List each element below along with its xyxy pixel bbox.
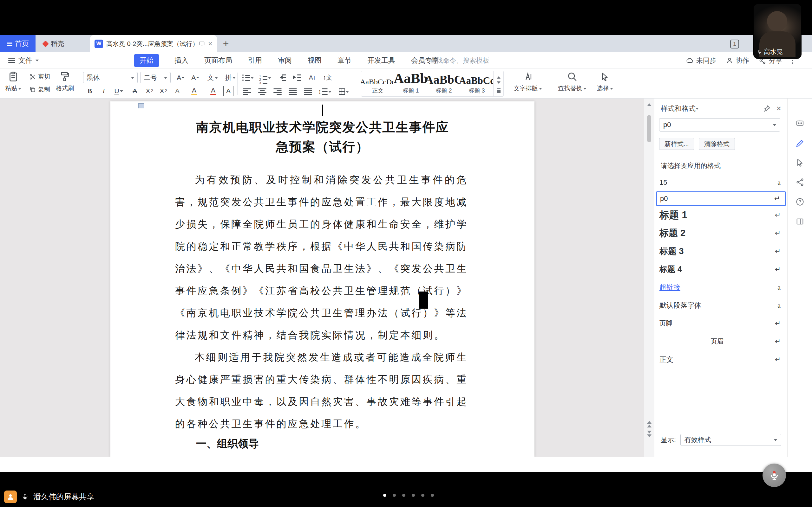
tab-page-layout[interactable]: 页面布局 [204,54,233,67]
style-item-p0-selected[interactable]: p0↵ [656,191,786,206]
style-item-hyperlink[interactable]: 超链接a [656,278,786,296]
superscript-button[interactable]: X2 [143,85,156,97]
font-name-select[interactable]: 黑体 [83,72,138,83]
font-color-button[interactable]: A [204,85,222,97]
next-page-icon2[interactable] [647,435,652,440]
collaborate-button[interactable]: 协作 [726,56,749,65]
assistant-icon[interactable] [795,118,805,128]
style-item-heading4[interactable]: 标题 4↵ [656,260,786,278]
bullet-list-button[interactable] [241,72,256,83]
style-item-15[interactable]: 15a [656,173,786,191]
style-item-footer[interactable]: 页脚↵ [656,314,786,332]
select-tool-icon[interactable] [796,158,804,167]
selection-block-cursor [419,291,428,308]
underline-button[interactable]: U [110,85,127,97]
close-panel-icon[interactable]: × [776,104,781,113]
style-heading3[interactable]: AaBbCc 标题 3 [460,71,493,96]
panel-layout-icon[interactable] [796,217,804,226]
node-link-icon[interactable] [796,178,804,187]
numbered-list-button[interactable] [258,72,273,83]
new-tab-button[interactable]: + [217,35,235,52]
document-page[interactable]: 南京机电职业技术学院突发公共卫生事件应急预案（试行） 为有效预防、及时控制和消除… [110,101,535,457]
new-style-button[interactable]: 新样式... [659,138,694,150]
style-item-default-font[interactable]: 默认段落字体a [656,296,786,314]
style-item-body-text[interactable]: 正文↵ [656,350,786,369]
copy-button[interactable]: 复制 [29,85,50,94]
grow-font-button[interactable]: A+ [174,72,187,83]
sort-button[interactable]: A↓ [306,72,319,83]
collaborate-label: 协作 [736,56,749,65]
cut-button[interactable]: 剪切 [29,72,50,81]
highlight-color-button[interactable]: A [185,85,203,97]
select-button[interactable]: 选择 [594,71,616,93]
tab-view[interactable]: 视图 [307,54,322,67]
style-heading2[interactable]: AaBbC 标题 2 [427,71,460,96]
clear-format-panel-button[interactable]: 清除格式 [699,138,735,150]
borders-button[interactable] [336,86,352,97]
style-gallery: AaBbCcDd 正文 AaBb 标题 1 AaBbC 标题 2 AaBbCc … [361,71,504,97]
command-search[interactable]: 查找命令、搜索模板 [419,52,490,69]
italic-button[interactable]: I [97,85,110,97]
gallery-down-icon[interactable] [497,81,501,86]
document-tab[interactable]: W 高水冕 0-2突...应急预案（试行） × [90,35,217,52]
style-item-heading2[interactable]: 标题 2↵ [656,224,786,242]
style-normal[interactable]: AaBbCcDd 正文 [361,71,394,96]
previous-page-icon2[interactable] [647,422,652,428]
format-painter-button[interactable]: 格式刷 [56,71,74,93]
panel-title-caret-icon[interactable] [696,108,699,111]
presenter-avatar[interactable] [4,491,17,503]
document-canvas[interactable]: 南京机电职业技术学院突发公共卫生事件应急预案（试行） 为有效预防、及时控制和消除… [0,99,644,457]
find-replace-button[interactable]: 查找替换 [557,71,588,93]
character-shading-button[interactable]: A [223,86,234,96]
scroll-up-icon[interactable] [647,101,652,106]
gallery-more-icon[interactable] [497,89,501,93]
show-filter-select[interactable]: 有效样式 [680,434,781,446]
sync-status[interactable]: 未同步 [686,56,716,65]
align-right-button[interactable] [271,86,284,97]
phonetic-guide-button[interactable]: 拼 [222,72,239,83]
style-item-heading3[interactable]: 标题 3↵ [656,242,786,260]
tab-review[interactable]: 审阅 [277,54,293,67]
increase-indent-button[interactable] [291,72,304,83]
clear-format-button[interactable]: A [171,85,184,97]
tab-references[interactable]: 引用 [247,54,263,67]
align-center-button[interactable] [256,86,269,97]
pagination-dots[interactable] [383,494,434,497]
tab-insert[interactable]: 插入 [174,54,189,67]
font-size-select[interactable]: 二号 [140,72,171,83]
dot-active[interactable] [383,494,386,497]
file-menu[interactable]: 文件 [8,56,39,65]
align-left-button[interactable] [241,86,254,97]
pin-icon[interactable] [763,105,771,112]
subscript-button[interactable]: X2 [157,85,170,97]
edit-pen-icon[interactable] [795,138,805,148]
text-tool-button[interactable]: 文 [204,72,221,83]
strikethrough-button[interactable]: A [128,85,142,97]
style-item-heading1[interactable]: 标题 1↵ [656,206,786,224]
bold-button[interactable]: B [83,85,96,97]
close-document-tab-icon[interactable]: × [208,40,212,48]
tab-dev-tools[interactable]: 开发工具 [367,54,396,67]
current-style-select[interactable]: p0 [659,118,780,131]
scrollbar-thumb[interactable] [647,115,651,142]
tab-start[interactable]: 开始 [134,54,159,67]
help-icon[interactable] [796,198,804,206]
paste-button[interactable]: 粘贴 [5,71,21,93]
distribute-button[interactable] [301,86,315,97]
text-direction-button[interactable]: ↕文 [321,72,334,83]
document-scrollbar[interactable] [644,99,654,457]
justify-button[interactable] [286,86,299,97]
style-item-header[interactable]: 页眉↵ [656,332,786,350]
participant-video-tile[interactable]: 高水冕 [754,4,801,59]
decrease-indent-button[interactable] [275,72,289,83]
tab-section[interactable]: 章节 [337,54,352,67]
window-count-badge[interactable]: 1 [730,40,739,49]
home-tab[interactable]: 首页 [0,35,36,52]
shrink-font-button[interactable]: A− [189,72,202,83]
gallery-up-icon[interactable] [497,74,501,78]
docer-tab[interactable]: 稻壳 [36,35,72,52]
microphone-button[interactable] [763,464,786,487]
text-layout-button[interactable]: 文字排版 [513,71,543,93]
line-spacing-button[interactable]: ↕ [316,86,333,97]
style-heading1[interactable]: AaBb 标题 1 [394,71,427,96]
